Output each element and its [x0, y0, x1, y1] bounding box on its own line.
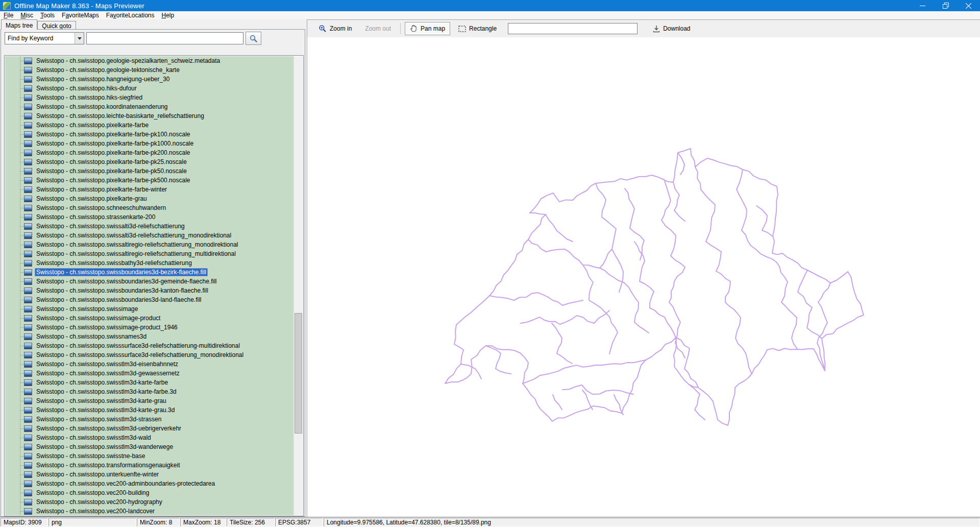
- tree-item[interactable]: Swisstopo - ch.swisstopo.pixelkarte-farb…: [5, 130, 294, 139]
- combo-dropdown-button[interactable]: [75, 33, 84, 44]
- tree-item[interactable]: Swisstopo - ch.swisstopo.schneeschuhwand…: [5, 203, 294, 212]
- tree-item[interactable]: Swisstopo - ch.swisstopo.koordinatenaend…: [5, 102, 294, 111]
- zoom-out-button[interactable]: Zoom out: [360, 22, 396, 35]
- status-cell-1: png: [48, 518, 136, 526]
- tree-item[interactable]: Swisstopo - ch.swisstopo.swissalti3d-rel…: [5, 231, 294, 240]
- tree-item[interactable]: Swisstopo - ch.swisstopo.hangneigung-ueb…: [5, 75, 294, 84]
- map-layer-icon: [24, 113, 32, 119]
- find-mode-select[interactable]: Find by Keyword: [5, 32, 84, 44]
- menu-file[interactable]: File: [0, 11, 17, 19]
- status-cell-6: Longitude=9.975586, Latitude=47.628380, …: [324, 518, 980, 526]
- tree-item[interactable]: Swisstopo - ch.swisstopo.swisssurface3d-…: [5, 341, 294, 350]
- tree-item[interactable]: Swisstopo - ch.swisstopo.strassenkarte-2…: [5, 212, 294, 222]
- tab-quick-goto[interactable]: Quick goto: [37, 21, 76, 30]
- switzerland-districts-map[interactable]: [307, 37, 980, 517]
- tree-item[interactable]: Swisstopo - ch.swisstopo.swissboundaries…: [5, 277, 294, 286]
- tree-item-label: Swisstopo - ch.swisstopo.swisstlm3d-kart…: [35, 406, 176, 414]
- map-layer-icon: [24, 131, 32, 138]
- tree-item[interactable]: Swisstopo - ch.swisstopo.swisssurface3d-…: [5, 350, 294, 360]
- tree-item[interactable]: Swisstopo - ch.swisstopo.swisstlm3d-kart…: [5, 405, 294, 415]
- menu-misc[interactable]: Misc: [17, 11, 37, 19]
- tree-item[interactable]: Swisstopo - ch.swisstopo.hiks-siegfried: [5, 93, 294, 102]
- tree-item[interactable]: Swisstopo - ch.swisstopo.swissalti3d-rel…: [5, 222, 294, 231]
- map-layer-icon: [24, 177, 32, 184]
- tree-scrollbar[interactable]: [293, 56, 303, 515]
- tree-item[interactable]: Swisstopo - ch.swisstopo.swisstlm3d-kart…: [5, 378, 294, 387]
- map-layer-icon: [24, 453, 32, 460]
- tree-item[interactable]: Swisstopo - ch.swisstopo.swisstlm3d-eise…: [5, 360, 294, 369]
- tree-item[interactable]: Swisstopo - ch.swisstopo.swissimage-prod…: [5, 314, 294, 323]
- tree-item[interactable]: Swisstopo - ch.swisstopo.swisstlm3d-gewa…: [5, 369, 294, 378]
- menu-help[interactable]: Help: [158, 11, 178, 19]
- tree-item[interactable]: Swisstopo - ch.swisstopo.vec200-landcove…: [5, 507, 294, 515]
- tree-item[interactable]: Swisstopo - ch.swisstopo.pixelkarte-farb…: [5, 148, 294, 157]
- tree-item[interactable]: Swisstopo - ch.swisstopo.swissbathy3d-re…: [5, 258, 294, 268]
- tree-item[interactable]: Swisstopo - ch.swisstopo.swisstlm3d-uebr…: [5, 424, 294, 433]
- tree-item[interactable]: Swisstopo - ch.swisstopo.swisstlm3d-kart…: [5, 396, 294, 405]
- tree-item[interactable]: Swisstopo - ch.swisstopo.swissimage-prod…: [5, 323, 294, 332]
- tree-item[interactable]: Swisstopo - ch.swisstopo.swissaltiregio-…: [5, 249, 294, 258]
- tree-item[interactable]: Swisstopo - ch.swisstopo.swissboundaries…: [5, 286, 294, 295]
- tree-item[interactable]: Swisstopo - ch.swisstopo.vec200-adminbou…: [5, 479, 294, 488]
- menu-favoritelocations[interactable]: FavoriteLocations: [103, 11, 158, 19]
- zoom-in-button[interactable]: Zoom in: [313, 22, 357, 35]
- map-viewport[interactable]: [307, 37, 980, 517]
- tree-item[interactable]: Swisstopo - ch.swisstopo.pixelkarte-farb…: [5, 166, 294, 176]
- tree-item[interactable]: Swisstopo - ch.swisstopo.geologie-spezia…: [5, 56, 294, 65]
- tree-item[interactable]: Swisstopo - ch.swisstopo.swissaltiregio-…: [5, 240, 294, 249]
- tree-item[interactable]: Swisstopo - ch.swisstopo.pixelkarte-farb…: [5, 157, 294, 166]
- menu-tools[interactable]: Tools: [37, 11, 58, 19]
- map-layer-icon: [24, 508, 32, 515]
- tree-item-label: Swisstopo - ch.swisstopo.pixelkarte-farb…: [35, 139, 195, 148]
- tree-item[interactable]: Swisstopo - ch.swisstopo.pixelkarte-farb…: [5, 121, 294, 130]
- search-button[interactable]: [246, 32, 261, 45]
- status-cell-0: MapsID: 3909: [1, 518, 48, 526]
- menu-favoritemaps[interactable]: FavoriteMaps: [58, 11, 103, 19]
- download-button[interactable]: Download: [648, 22, 695, 35]
- tree-item-label: Swisstopo - ch.swisstopo.swisstlm3d-uebr…: [35, 424, 183, 433]
- map-layer-icon: [24, 352, 32, 358]
- tree-item[interactable]: Swisstopo - ch.swisstopo.swisstlm3d-wald: [5, 433, 294, 442]
- tree-item[interactable]: Swisstopo - ch.swisstopo.swissnames3d: [5, 332, 294, 341]
- tab-maps-tree[interactable]: Maps tree: [1, 19, 37, 30]
- tree-item[interactable]: Swisstopo - ch.swisstopo.pixelkarte-grau: [5, 194, 294, 203]
- tree-item[interactable]: Swisstopo - ch.swisstopo.leichte-basiska…: [5, 111, 294, 121]
- tree-item[interactable]: Swisstopo - ch.swisstopo.swissimage: [5, 304, 294, 314]
- tree-item[interactable]: Swisstopo - ch.swisstopo.hiks-dufour: [5, 84, 294, 93]
- tree-item[interactable]: Swisstopo - ch.swisstopo.geologie-tekton…: [5, 65, 294, 75]
- chevron-down-icon: [78, 37, 82, 40]
- status-cell-5: EPSG:3857: [275, 518, 323, 526]
- tree-item[interactable]: Swisstopo - ch.swisstopo.swisstne-base: [5, 451, 294, 461]
- tree-item[interactable]: Swisstopo - ch.swisstopo.swisstlm3d-kart…: [5, 387, 294, 396]
- toolbar-text-input[interactable]: [508, 23, 638, 34]
- tree-item[interactable]: Swisstopo - ch.swisstopo.swissboundaries…: [5, 268, 294, 277]
- tree-item[interactable]: Swisstopo - ch.swisstopo.swisstlm3d-stra…: [5, 415, 294, 424]
- tree-item[interactable]: Swisstopo - ch.swisstopo.pixelkarte-farb…: [5, 185, 294, 194]
- rectangle-button[interactable]: Rectangle: [453, 22, 502, 35]
- tree-item[interactable]: Swisstopo - ch.swisstopo.swisstlm3d-wand…: [5, 442, 294, 451]
- tree-item[interactable]: Swisstopo - ch.swisstopo.swissboundaries…: [5, 295, 294, 304]
- tree-item-label: Swisstopo - ch.swisstopo.swisstne-base: [35, 452, 146, 460]
- map-layer-icon: [24, 398, 32, 404]
- maps-tree-panel: Find by Keyword Swisstopo - ch.swisstopo…: [1, 29, 305, 517]
- maps-tree-rows: Swisstopo - ch.swisstopo.geologie-spezia…: [5, 56, 294, 515]
- keyword-search-input[interactable]: [86, 32, 243, 44]
- minimize-button[interactable]: [911, 0, 934, 11]
- search-icon: [249, 34, 258, 43]
- tree-item-label: Swisstopo - ch.swisstopo.pixelkarte-farb…: [35, 185, 168, 194]
- close-button[interactable]: [957, 0, 980, 11]
- district-boundary: [445, 149, 864, 425]
- restore-button[interactable]: [934, 0, 957, 11]
- map-layer-icon: [24, 315, 32, 322]
- pan-map-button[interactable]: Pan map: [405, 22, 450, 35]
- rectangle-select-icon: [458, 26, 466, 32]
- tree-item[interactable]: Swisstopo - ch.swisstopo.vec200-building: [5, 488, 294, 497]
- map-layer-icon: [24, 416, 32, 423]
- tree-item[interactable]: Swisstopo - ch.swisstopo.pixelkarte-farb…: [5, 176, 294, 185]
- tree-item[interactable]: Swisstopo - ch.swisstopo.transformations…: [5, 461, 294, 470]
- tree-scrollbar-thumb[interactable]: [295, 313, 302, 434]
- district-boundary: [546, 214, 573, 242]
- tree-item[interactable]: Swisstopo - ch.swisstopo.vec200-hydrogra…: [5, 497, 294, 507]
- tree-item[interactable]: Swisstopo - ch.swisstopo.unterkuenfte-wi…: [5, 470, 294, 479]
- tree-item[interactable]: Swisstopo - ch.swisstopo.pixelkarte-farb…: [5, 139, 294, 148]
